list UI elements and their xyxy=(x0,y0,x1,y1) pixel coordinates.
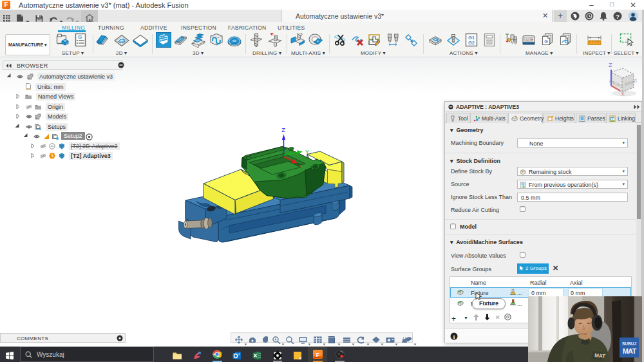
svg-text:Z: Z xyxy=(609,62,612,68)
svg-text:?: ? xyxy=(616,14,620,20)
svg-text:X: X xyxy=(621,91,625,97)
svg-text:Z: Z xyxy=(281,127,285,133)
svg-text:SUBUJ: SUBUJ xyxy=(622,341,636,346)
svg-text:G: G xyxy=(544,39,548,44)
svg-text:G: G xyxy=(78,34,82,40)
svg-text:MAT: MAT xyxy=(594,352,606,359)
svg-text:G2: G2 xyxy=(468,40,475,46)
svg-text:MAT: MAT xyxy=(623,347,637,355)
svg-text:Y: Y xyxy=(305,149,309,155)
svg-text:X: X xyxy=(299,164,303,169)
